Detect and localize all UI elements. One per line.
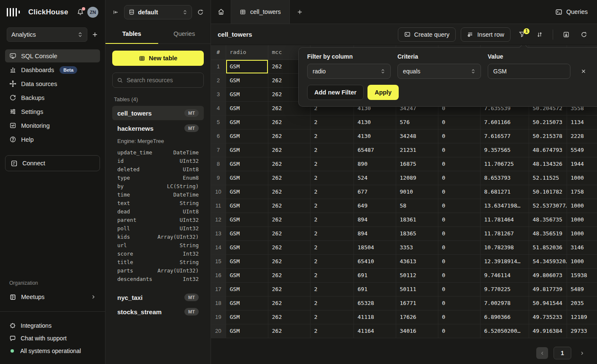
grid-cell[interactable]: 21231 [396, 143, 438, 157]
sidebar-item-data-sources[interactable]: Data sources [5, 77, 100, 90]
grid-cell[interactable]: 890 [354, 157, 396, 171]
search-box[interactable] [112, 73, 204, 88]
sidebar-item-chat-support[interactable]: Chat with support [5, 332, 100, 345]
grid-cell[interactable]: 9.357565 [480, 143, 529, 157]
sort-button[interactable] [533, 27, 546, 42]
grid-cell[interactable]: 2 [310, 171, 354, 185]
grid-cell[interactable]: 2 [310, 282, 354, 296]
filter-criteria-select[interactable]: equals [397, 64, 481, 79]
grid-cell[interactable]: GSM [226, 59, 268, 73]
download-button[interactable] [560, 27, 573, 42]
grid-cell[interactable]: 50.101782 [529, 185, 567, 199]
grid-cell[interactable]: 0 [438, 226, 480, 240]
grid-cell[interactable]: 49.817739 [529, 282, 567, 296]
grid-cell[interactable]: GSM [226, 240, 268, 254]
grid-cell[interactable]: 1944 [567, 157, 597, 171]
tab-queries[interactable]: Queries [158, 24, 211, 43]
grid-cell[interactable]: 8.653793 [480, 171, 529, 185]
filter-value-input[interactable] [493, 68, 565, 75]
grid-cell[interactable]: GSM [226, 199, 268, 213]
grid-cell[interactable]: 48.134326 [529, 157, 567, 171]
grid-cell[interactable]: 18361 [396, 213, 438, 226]
grid-cell[interactable]: 0 [438, 143, 480, 157]
grid-cell[interactable]: GSM [226, 157, 268, 171]
grid-cell[interactable]: 262 [268, 296, 310, 310]
grid-cell[interactable]: 50112 [396, 268, 438, 282]
grid-cell[interactable]: 2 [310, 324, 354, 338]
grid-cell[interactable]: 2 [310, 157, 354, 171]
grid-cell[interactable]: 262 [268, 199, 310, 213]
grid-cell[interactable]: 262 [268, 268, 310, 282]
grid-cell[interactable]: GSM [226, 213, 268, 226]
insert-row-button[interactable]: Insert row [461, 27, 511, 42]
grid-cell[interactable]: 262 [268, 282, 310, 296]
grid-cell[interactable]: 5489 [567, 282, 597, 296]
remove-filter-button[interactable] [577, 65, 590, 78]
grid-cell[interactable]: 262 [268, 171, 310, 185]
grid-cell[interactable]: 17626 [396, 310, 438, 324]
sidebar-item-help[interactable]: Help [5, 133, 100, 146]
refresh-icon[interactable] [197, 9, 204, 16]
tab-tables[interactable]: Tables [105, 24, 158, 43]
grid-cell[interactable]: GSM [226, 282, 268, 296]
grid-cell[interactable]: GSM [226, 226, 268, 240]
grid-cell[interactable]: 50.215378 [529, 129, 567, 143]
grid-cell[interactable]: 13.6347198… [480, 199, 529, 213]
grid-cell[interactable]: 2 [310, 240, 354, 254]
grid-cell[interactable]: 262 [268, 226, 310, 240]
grid-cell[interactable]: 0 [438, 213, 480, 226]
grid-cell[interactable]: 262 [268, 129, 310, 143]
grid-cell[interactable]: 1000 [567, 254, 597, 268]
grid-cell[interactable]: 0 [438, 268, 480, 282]
grid-cell[interactable]: 2 [310, 143, 354, 157]
grid-cell[interactable]: 48.674793 [529, 143, 567, 157]
grid-cell[interactable]: 0 [438, 240, 480, 254]
grid-cell[interactable]: GSM [226, 101, 268, 115]
grid-cell[interactable]: 0 [438, 282, 480, 296]
grid-cell[interactable]: 677 [354, 185, 396, 199]
grid-cell[interactable]: 15938 [567, 268, 597, 282]
grid-cell[interactable]: 262 [268, 185, 310, 199]
sidebar-item-meetups[interactable]: Meetups [5, 290, 100, 304]
queries-button[interactable]: Queries [555, 5, 588, 19]
grid-cell[interactable]: 262 [268, 324, 310, 338]
grid-cell[interactable]: 2 [310, 115, 354, 129]
grid-cell[interactable]: 6.890366 [480, 310, 529, 324]
grid-cell[interactable]: 58 [396, 199, 438, 213]
grid-cell[interactable]: 524 [354, 171, 396, 185]
grid-cell[interactable]: 262 [268, 157, 310, 171]
grid-cell[interactable]: 3146 [567, 240, 597, 254]
grid-cell[interactable]: 12089 [396, 171, 438, 185]
grid-cell[interactable]: 2 [310, 213, 354, 226]
grid-cell[interactable]: 1000 [567, 226, 597, 240]
grid-cell[interactable]: 2 [310, 268, 354, 282]
grid-cell[interactable]: GSM [226, 296, 268, 310]
grid-cell[interactable]: 50111 [396, 282, 438, 296]
grid-cell[interactable]: 2 [310, 310, 354, 324]
add-workspace-button[interactable] [92, 31, 98, 38]
grid-cell[interactable]: GSM [226, 87, 268, 101]
grid-cell[interactable]: 1000 [567, 213, 597, 226]
grid-cell[interactable]: 0 [438, 129, 480, 143]
grid-cell[interactable]: 65410 [354, 254, 396, 268]
search-input[interactable] [127, 77, 203, 84]
apply-filter-button[interactable]: Apply [367, 85, 399, 100]
grid-cell[interactable]: GSM [226, 73, 268, 87]
sidebar-item-settings[interactable]: Settings [5, 105, 100, 118]
grid-cell[interactable]: 0 [438, 185, 480, 199]
grid-cell[interactable]: 0 [438, 157, 480, 171]
sidebar-item-dashboards[interactable]: Dashboards Beta [5, 63, 100, 76]
grid-cell[interactable]: GSM [226, 268, 268, 282]
grid-cell[interactable]: 48.356735 [529, 213, 567, 226]
grid-cell[interactable]: 48.356519 [529, 226, 567, 240]
sidebar-item-backups[interactable]: Backups [5, 91, 100, 104]
create-query-button[interactable]: Create query [398, 27, 456, 42]
grid-cell[interactable]: 649 [354, 199, 396, 213]
grid-cell[interactable]: 50.215073 [529, 115, 567, 129]
grid-cell[interactable]: 49.735233 [529, 310, 567, 324]
grid-cell[interactable]: 16771 [396, 296, 438, 310]
grid-cell[interactable]: 34248 [396, 129, 438, 143]
grid-cell[interactable]: 9.770225 [480, 282, 529, 296]
grid-cell[interactable]: 0 [438, 254, 480, 268]
grid-cell[interactable]: 262 [268, 310, 310, 324]
